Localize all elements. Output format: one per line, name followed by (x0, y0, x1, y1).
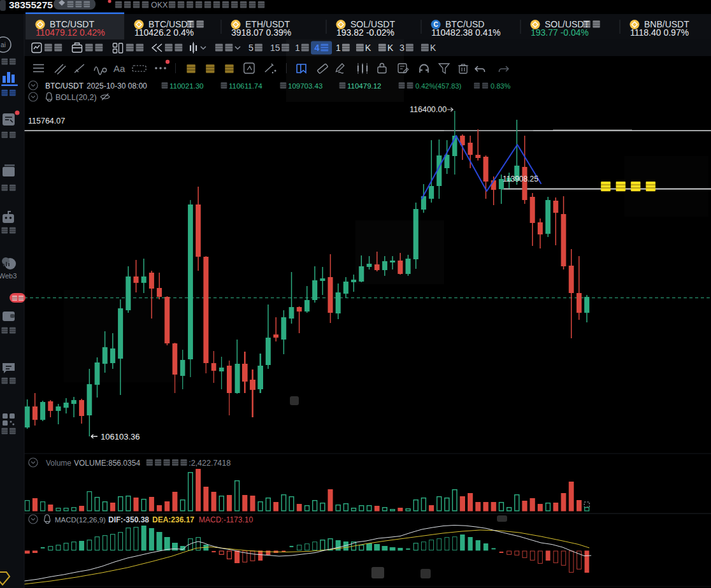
svg-text:115764.07: 115764.07 (28, 117, 65, 125)
svg-text::2,422.7418: :2,422.7418 (189, 459, 231, 468)
svg-text:110021.30: 110021.30 (169, 82, 204, 90)
svg-text:0.83%: 0.83% (491, 82, 510, 90)
svg-text:1118.40 0.97%: 1118.40 0.97% (630, 27, 689, 38)
svg-text:193.77 -0.04%: 193.77 -0.04% (531, 27, 589, 38)
svg-text:38355275: 38355275 (9, 0, 53, 10)
svg-text:OKX: OKX (151, 1, 168, 10)
svg-text:0.42%(457.83): 0.42%(457.83) (415, 82, 461, 90)
svg-text:MACD(12,26,9): MACD(12,26,9) (55, 516, 106, 524)
svg-text:K: K (430, 43, 436, 53)
svg-text:Web3: Web3 (0, 272, 17, 280)
svg-text:15: 15 (270, 43, 280, 53)
svg-text:116400.00: 116400.00 (410, 105, 447, 114)
svg-text:110479.12 0.42%: 110479.12 0.42% (36, 27, 105, 38)
svg-text:110482.38 0.41%: 110482.38 0.41% (431, 27, 501, 38)
svg-text:ai: ai (1, 41, 6, 48)
svg-text:DIF:-350.38: DIF:-350.38 (108, 515, 149, 524)
svg-text:BOLL(20,2): BOLL(20,2) (55, 93, 97, 102)
svg-text:2025-10-30 08:00: 2025-10-30 08:00 (87, 82, 147, 90)
svg-text:3918.07 0.39%: 3918.07 0.39% (231, 27, 291, 38)
svg-text:MACD:-1173.10: MACD:-1173.10 (199, 515, 253, 524)
svg-text:193.82 -0.02%: 193.82 -0.02% (336, 27, 394, 38)
svg-text:106103.36: 106103.36 (101, 432, 140, 441)
svg-text:DEA:236.17: DEA:236.17 (152, 515, 194, 524)
svg-text:110426.2 0.4%: 110426.2 0.4% (134, 27, 194, 38)
svg-text:Aa: Aa (113, 63, 126, 74)
svg-text:BTC/USDT: BTC/USDT (45, 82, 84, 90)
svg-text:VOLUME:856.0354: VOLUME:856.0354 (74, 459, 140, 468)
svg-text:110611.74: 110611.74 (229, 82, 262, 90)
svg-text:113908.25: 113908.25 (503, 175, 538, 183)
svg-text:Volume: Volume (46, 459, 71, 468)
svg-text:5: 5 (248, 43, 254, 53)
